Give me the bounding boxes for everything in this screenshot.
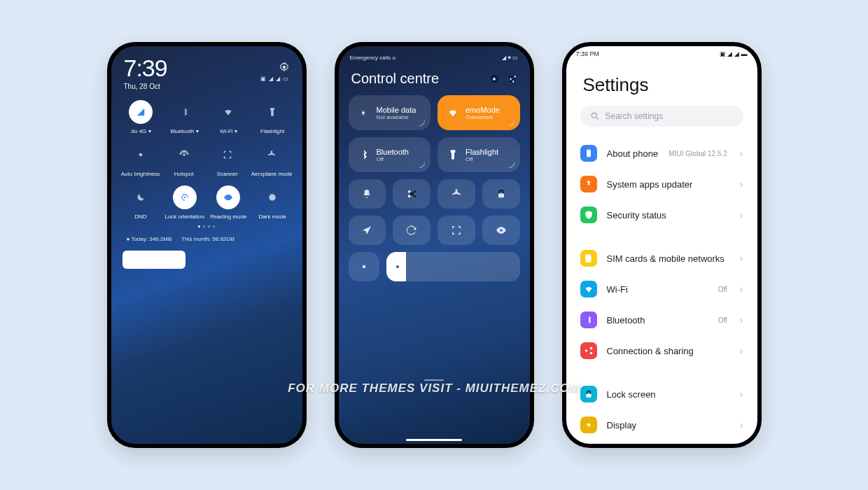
cc-tile-torch[interactable]: FlashlightOff: [438, 137, 520, 172]
settings-item-sim[interactable]: SIM cards & mobile networks›: [580, 243, 743, 274]
cc-toggle-lock[interactable]: [482, 179, 520, 209]
settings-item-bt[interactable]: BluetoothOff›: [580, 304, 743, 335]
sun-icon: [393, 262, 402, 271]
nav-icon: [361, 225, 372, 236]
cut-icon: [406, 188, 417, 200]
qs-toggle-moon[interactable]: DND: [121, 186, 161, 220]
sim-icon: [584, 253, 594, 263]
settings-label: Security status: [607, 210, 730, 220]
tile-subtitle: Not available: [377, 114, 416, 120]
sliders-icon[interactable]: [507, 74, 517, 84]
qs-toggle-plane[interactable]: Aeroplane mode: [251, 143, 293, 177]
update-icon: [584, 179, 594, 189]
qs-toggle-auto[interactable]: Auto brightness: [121, 143, 160, 177]
clock-time: 7:39: [124, 56, 167, 80]
gear-icon[interactable]: [279, 62, 290, 73]
cc-toggle-sync[interactable]: [393, 216, 430, 245]
bt-icon: [180, 107, 190, 117]
settings-item-lock[interactable]: Lock screen›: [580, 379, 743, 410]
qs-toggle-eye[interactable]: Reading mode: [209, 186, 248, 220]
qs-label: Auto brightness: [121, 171, 160, 177]
settings-item-sound[interactable]: Sound & vibration›: [580, 440, 743, 444]
bt-icon: [358, 149, 370, 160]
hotspot-icon: [179, 150, 189, 160]
phone-notification-panel: 7:39 Thu, 28 Oct ▣ ◢ ◢ ▭ Jio 4G ▾Bluetoo…: [107, 42, 307, 448]
qs-toggle-scan[interactable]: Scanner: [208, 143, 247, 177]
clock-date: Thu, 28 Oct: [124, 83, 167, 90]
cc-toggle-bell[interactable]: [349, 179, 386, 209]
settings-item-phone[interactable]: About phoneMIUI Global 12.5.2›: [580, 138, 743, 169]
auto-brightness-toggle[interactable]: [349, 252, 379, 281]
tile-title: emoMode: [465, 106, 500, 114]
cc-toggle-plane[interactable]: [438, 179, 475, 209]
settings-label: System apps updater: [607, 179, 730, 190]
status-indicators: ◢ ♥ ▭: [502, 55, 518, 61]
shield-icon: [584, 210, 594, 220]
gear-icon[interactable]: [489, 74, 499, 84]
eye-icon: [223, 192, 233, 202]
scan-icon: [451, 225, 462, 236]
cc-tile-data[interactable]: Mobile dataNot available: [349, 95, 431, 130]
settings-value: Off: [718, 286, 727, 293]
moon-icon: [136, 192, 146, 202]
wifi-icon: [223, 107, 233, 117]
cc-toggle-scan[interactable]: [438, 216, 475, 245]
settings-item-share[interactable]: Connection & sharing›: [580, 335, 743, 366]
cc-tile-bt[interactable]: BluetoothOff: [349, 137, 431, 172]
qs-label: Aeroplane mode: [251, 171, 293, 177]
sun-icon: [584, 420, 594, 430]
settings-label: About phone: [607, 148, 659, 159]
cc-toggle-eye[interactable]: [482, 216, 520, 245]
qs-label: Lock orientation: [164, 214, 204, 220]
data-icon: [358, 107, 370, 118]
notification-card[interactable]: [122, 251, 186, 269]
phone-icon: [584, 148, 594, 158]
lock-icon: [496, 188, 507, 200]
bell-icon: [361, 188, 372, 200]
qs-toggle-torch[interactable]: Flashlight: [253, 100, 293, 134]
settings-item-sun[interactable]: Display›: [580, 410, 743, 440]
qs-toggle-signal[interactable]: Jio 4G ▾: [121, 100, 161, 134]
settings-label: Lock screen: [607, 389, 730, 400]
quick-settings-row-2: Auto brightnessHotspotScannerAeroplane m…: [111, 137, 302, 180]
cc-toggle-nav[interactable]: [349, 216, 386, 245]
lock-icon: [584, 389, 594, 399]
qs-toggle-dark[interactable]: Dark mode: [253, 186, 293, 220]
auto-brightness-icon: [359, 262, 369, 272]
settings-value: Off: [718, 316, 727, 324]
settings-label: Display: [607, 420, 730, 430]
settings-value: MIUI Global 12.5.2: [668, 150, 727, 158]
quick-settings-row-3: DNDLock orientationReading modeDark mode: [111, 180, 302, 223]
phone-settings: 7:39 PM ▣ ◢ ◢ ▬ Settings Search settings…: [562, 42, 762, 448]
qs-label: Hotspot: [174, 171, 194, 177]
qs-toggle-hotspot[interactable]: Hotspot: [164, 143, 204, 177]
status-indicators: ▣ ◢ ◢ ▬: [720, 50, 748, 57]
drag-handle[interactable]: [424, 379, 444, 381]
torch-icon: [267, 107, 277, 117]
tile-title: Mobile data: [377, 106, 416, 114]
eye-icon: [496, 225, 507, 236]
chevron-right-icon: ›: [740, 178, 743, 190]
settings-label: Bluetooth: [607, 315, 708, 326]
search-input[interactable]: Search settings: [580, 106, 743, 127]
tile-subtitle: Off: [465, 156, 498, 162]
sync-icon: [406, 225, 417, 236]
chevron-right-icon: ›: [740, 253, 743, 264]
scan-icon: [223, 150, 232, 160]
brightness-slider[interactable]: [386, 252, 520, 281]
home-bar[interactable]: [406, 439, 462, 441]
qs-toggle-bt[interactable]: Bluetooth ▾: [164, 100, 204, 134]
cc-tile-wifi[interactable]: emoModeConnected: [438, 95, 520, 130]
qs-toggle-wifi[interactable]: Wi-Fi ▾: [209, 100, 248, 134]
settings-item-wifi[interactable]: Wi-FiOff›: [580, 274, 743, 304]
cc-toggle-cut[interactable]: [393, 179, 430, 209]
chevron-right-icon: ›: [740, 148, 743, 159]
chevron-right-icon: ›: [740, 419, 743, 430]
settings-item-update[interactable]: System apps updater›: [580, 169, 743, 200]
chevron-right-icon: ›: [740, 388, 743, 400]
chevron-right-icon: ›: [740, 345, 743, 356]
chevron-right-icon: ›: [740, 314, 743, 326]
settings-item-shield[interactable]: Security status›: [580, 200, 743, 230]
share-icon: [584, 346, 594, 356]
qs-toggle-lockrot[interactable]: Lock orientation: [164, 186, 204, 220]
